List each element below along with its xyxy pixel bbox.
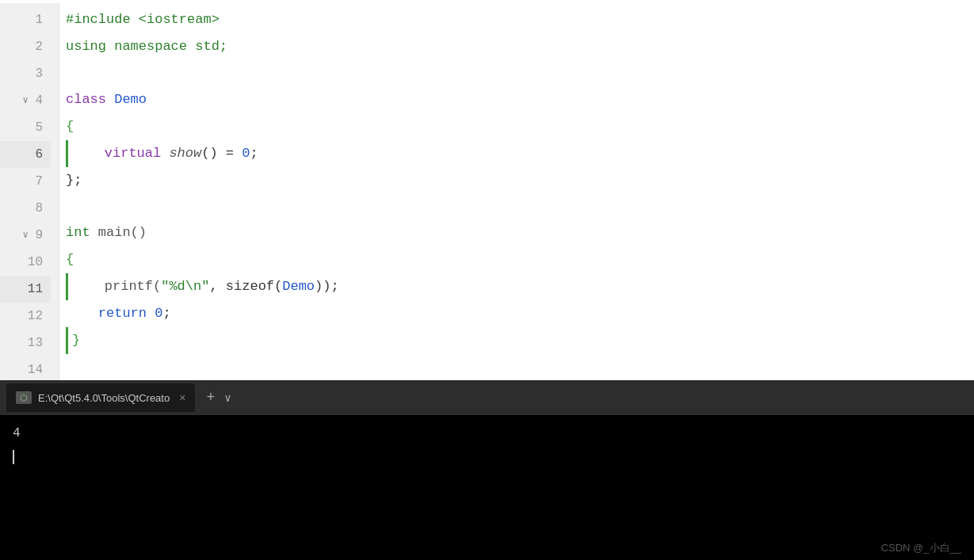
line-num-text-7: 7 <box>35 168 43 195</box>
code-line-2: using namespace std; <box>66 33 974 60</box>
line-number-12: 12 <box>0 303 51 330</box>
line-num-text-8: 8 <box>35 195 43 222</box>
line-number-10: 10 <box>0 249 51 276</box>
terminal-output: 1 4 <box>13 421 961 445</box>
code-line-7: }; <box>66 167 974 194</box>
token: 0 <box>242 140 250 167</box>
code-line-14 <box>66 354 974 380</box>
token: "%d\n" <box>161 273 209 300</box>
token: #include <iostream> <box>66 6 220 33</box>
token: { <box>66 246 74 273</box>
terminal-cursor-line <box>13 445 961 469</box>
token: () = <box>201 140 242 167</box>
watermark: CSDN @_小白__ <box>881 541 961 555</box>
line-num-text-12: 12 <box>28 303 43 330</box>
line-number-gutter: 123∨45678∨91011121314 <box>0 3 59 380</box>
line-number-3: 3 <box>0 60 51 87</box>
token: virtual <box>72 140 169 167</box>
terminal-tab-icon: ⬡ <box>16 391 32 404</box>
code-line-3 <box>66 60 974 86</box>
token: ; <box>162 300 170 327</box>
line-number-6: 6 <box>0 141 51 168</box>
line-num-text-11: 11 <box>28 276 43 303</box>
token: int <box>66 219 98 246</box>
line-number-9: ∨9 <box>0 222 51 249</box>
line-number-11: 11 <box>0 276 51 303</box>
line-num-text-6: 6 <box>35 141 43 168</box>
line-number-2: 2 <box>0 33 51 60</box>
token: , sizeof( <box>209 273 282 300</box>
terminal-tab-bar: ⬡ E:\Qt\Qt5.4.0\Tools\QtCreato × + ∨ <box>0 380 974 415</box>
terminal-close-button[interactable]: × <box>179 391 185 404</box>
editor-area: 123∨45678∨91011121314 #include <iostream… <box>0 0 974 380</box>
code-line-9: int main() <box>66 219 974 246</box>
code-line-8 <box>66 194 974 220</box>
token: )); <box>315 273 339 300</box>
line-number-8: 8 <box>0 195 51 222</box>
line-number-7: 7 <box>0 168 51 195</box>
token: using namespace std; <box>66 33 227 60</box>
line-num-text-13: 13 <box>28 330 43 356</box>
terminal-cursor <box>13 450 14 464</box>
line-number-1: 1 <box>0 6 51 33</box>
line-num-text-2: 2 <box>35 33 43 60</box>
terminal-content: 1 4 <box>0 415 974 560</box>
terminal-area: ⬡ E:\Qt\Qt5.4.0\Tools\QtCreato × + ∨ 1 4… <box>0 380 974 560</box>
token: Demo <box>114 86 147 113</box>
terminal-tab-path: E:\Qt\Qt5.4.0\Tools\QtCreato <box>38 392 170 404</box>
line-num-text-10: 10 <box>28 249 43 276</box>
terminal-tab[interactable]: ⬡ E:\Qt\Qt5.4.0\Tools\QtCreato × <box>6 383 195 412</box>
token: ; <box>250 140 258 167</box>
fold-arrow-9[interactable]: ∨ <box>22 222 32 249</box>
chevron-down-icon[interactable]: ∨ <box>224 391 231 405</box>
code-lines[interactable]: #include <iostream>using namespace std;c… <box>59 3 974 380</box>
token: } <box>72 327 80 354</box>
line-number-14: 14 <box>0 356 51 383</box>
code-line-5: { <box>66 113 974 140</box>
token: printf( <box>72 273 161 300</box>
code-line-10: { <box>66 246 974 273</box>
line-number-5: 5 <box>0 114 51 141</box>
line-num-text-9: 9 <box>35 222 43 249</box>
code-line-11: printf("%d\n", sizeof(Demo)); <box>66 273 974 300</box>
fold-arrow-4[interactable]: ∨ <box>22 87 32 114</box>
token: { <box>66 113 74 140</box>
code-line-6: virtual show() = 0; <box>66 140 974 167</box>
line-number-13: 13 <box>0 330 51 356</box>
terminal-output-text: 4 <box>13 426 21 440</box>
line-number-4: ∨4 <box>0 87 51 114</box>
add-tab-button[interactable]: + <box>206 390 215 406</box>
line-num-text-14: 14 <box>28 356 43 383</box>
token: 0 <box>155 300 162 327</box>
token: class <box>66 86 114 113</box>
token: show <box>169 140 201 167</box>
token: main() <box>98 219 147 246</box>
tab-actions: + ∨ <box>201 390 231 406</box>
token: return <box>66 300 155 327</box>
code-line-13: } <box>66 327 974 354</box>
line-num-text-1: 1 <box>35 6 43 33</box>
code-container: 123∨45678∨91011121314 #include <iostream… <box>0 0 974 380</box>
line-num-text-5: 5 <box>35 114 43 141</box>
token: Demo <box>282 273 315 300</box>
line-num-text-3: 3 <box>35 60 43 87</box>
token: }; <box>66 167 82 194</box>
code-line-12: return 0; <box>66 300 974 327</box>
code-line-1: #include <iostream> <box>66 6 974 33</box>
line-num-text-4: 4 <box>35 87 43 114</box>
code-line-4: class Demo <box>66 86 974 113</box>
